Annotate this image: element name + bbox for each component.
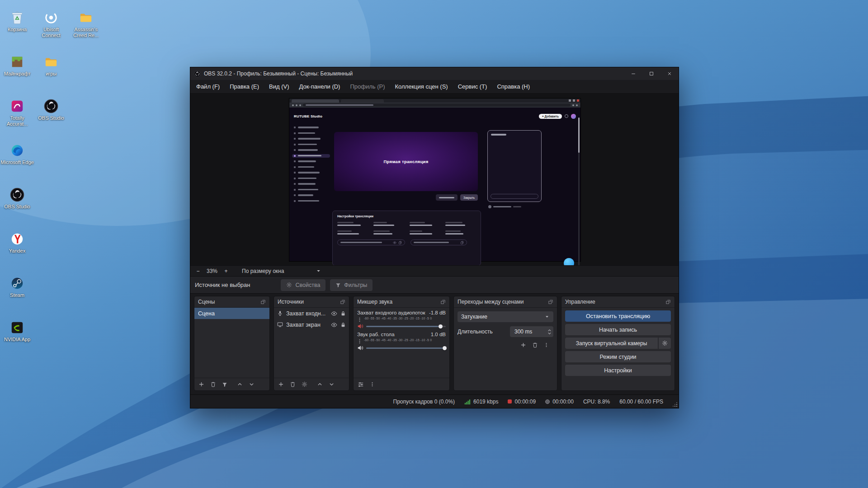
desktop-icon-edge[interactable]: Microsoft Edge [0,143,34,165]
desktop-icon-label: OBS Studio [38,115,64,121]
menu-scene-collection[interactable]: Коллекция сцен (S) [390,80,453,93]
desktop-icon-steam[interactable]: Steam [0,276,34,298]
desktop-icon-obs-2[interactable]: OBS Studio [34,99,68,121]
resize-grip[interactable] [673,402,677,407]
filters-button[interactable]: Фильтры [330,279,373,291]
source-properties-gear-icon[interactable] [302,381,307,387]
visibility-eye-icon[interactable] [331,310,337,317]
scenes-dock-header[interactable]: Сцены [194,296,269,308]
visibility-eye-icon[interactable] [331,322,337,328]
stream-settings-title: Настройки трансляции [337,215,476,218]
move-source-up-icon[interactable] [317,381,323,387]
transition-menu-kebab-icon[interactable] [544,342,549,348]
menu-help[interactable]: Справка (H) [492,80,535,93]
scenes-dock: Сцены Сцена [194,296,270,391]
record-time-value: 00:00:00 [552,399,574,405]
remove-transition-icon[interactable] [532,342,538,348]
menu-file[interactable]: Файл (F) [191,80,225,93]
mixer-menu-kebab-icon[interactable] [370,381,375,387]
menu-view[interactable]: Вид (V) [264,80,294,93]
preview-canvas[interactable]: RUTUBE Studio + Добавить [289,99,580,261]
mixer-dock-header[interactable]: Микшер звука [354,296,449,308]
sidebar-item [292,137,330,141]
cpu-usage-status: CPU: 8.8% [583,399,610,405]
desktop-icon-ubisoft[interactable]: Ubisoft Connect [34,10,68,38]
desktop-icon-obs-1[interactable]: OBS Studio [0,187,34,210]
channel-db-value: 1.0 dB [431,332,446,337]
channel-menu-kebab-icon[interactable] [357,338,362,344]
browser-maximize-icon [573,99,575,102]
spin-down-icon[interactable] [547,332,552,335]
channel-menu-kebab-icon[interactable] [357,316,362,323]
sources-toolbar [274,378,349,390]
minecraft-icon [9,54,25,70]
maximize-button[interactable] [642,67,660,80]
signal-bars-icon [464,399,471,405]
zoom-in-button[interactable]: + [223,268,229,274]
desktop-icon-minecraft[interactable]: Майнкрафт [0,54,34,77]
scene-filters-icon[interactable] [222,382,227,387]
start-virtual-camera-button[interactable]: Запуск виртуальной камеры [565,338,658,349]
scenes-list: Сцена [194,308,269,378]
desktop-icon-totally-accurate[interactable]: Totally Accurat... [0,99,34,127]
properties-button[interactable]: Свойства [281,279,326,291]
move-scene-up-icon[interactable] [237,381,243,387]
duration-spinbox[interactable]: 300 ms [510,326,553,337]
maximize-icon [649,71,654,76]
desktop-icon-yandex[interactable]: Yandex [0,231,34,254]
close-button[interactable] [660,67,679,80]
desktop-icon-nvidia[interactable]: NVIDIA App [0,320,34,343]
add-transition-icon[interactable] [520,342,526,348]
dock-popout-icon[interactable] [340,299,345,305]
desktop-icon-label: Ubisoft Connect [34,27,68,38]
add-source-icon[interactable] [278,381,284,387]
dock-popout-icon[interactable] [440,299,446,305]
remove-scene-icon[interactable] [210,381,216,387]
move-source-down-icon[interactable] [329,381,335,387]
virtual-camera-config-button[interactable] [659,338,671,349]
mixer-toolbar [354,378,449,390]
advanced-audio-sliders-icon[interactable] [358,381,364,388]
menu-tools[interactable]: Сервис (T) [453,80,492,93]
desktop-icon-games-folder[interactable]: игры [34,54,68,77]
fit-to-window-label[interactable]: По размеру окна [242,268,284,274]
start-recording-button[interactable]: Начать запись [565,324,671,335]
speaker-icon[interactable] [357,345,363,351]
move-scene-down-icon[interactable] [249,381,255,387]
remove-source-icon[interactable] [290,381,296,387]
dropped-frames-status: Пропуск кадров 0 (0.0%) [393,399,455,405]
sources-dock-header[interactable]: Источники [274,296,349,308]
volume-slider[interactable] [366,324,446,329]
studio-mode-button[interactable]: Режим студии [565,351,671,362]
menu-edit[interactable]: Правка (E) [225,80,264,93]
chevron-down-icon[interactable] [316,268,321,274]
desktop-icon-ac-folder[interactable]: Assassin's Creed Re... [69,10,103,38]
title-bar[interactable]: OBS 32.0.2 - Профиль: Безымянный - Сцены… [190,67,679,80]
live-stream-panel: Прямая трансляция [334,132,478,191]
zoom-out-button[interactable]: − [195,268,201,274]
lock-icon[interactable] [340,311,346,316]
menu-profile[interactable]: Профиль (P) [345,80,390,93]
obs-window: OBS 32.0.2 - Профиль: Безымянный - Сцены… [190,67,679,408]
transition-select[interactable]: Затухание [458,311,553,322]
controls-dock-header[interactable]: Управление [561,296,675,308]
scene-item-selected[interactable]: Сцена [194,308,269,319]
source-item-screen-capture[interactable]: Захват экран [274,319,349,330]
settings-button[interactable]: Настройки [565,365,671,376]
transitions-dock-header[interactable]: Переходы между сценами [454,296,557,308]
mute-speaker-icon[interactable] [357,323,363,329]
desktop-icon-recycle-bin[interactable]: Корзина [0,10,34,33]
volume-slider[interactable] [366,345,446,351]
stop-streaming-button[interactable]: Остановить трансляцию [565,310,671,322]
dock-popout-icon[interactable] [260,299,266,305]
mixer-channel-mic: Захват входного аудиопоток -1.8 dB -60 -… [357,310,446,329]
source-item-audio-capture[interactable]: Захват входн... [274,308,349,319]
minimize-button[interactable] [624,67,642,80]
lock-icon[interactable] [340,322,346,328]
dock-popout-icon[interactable] [548,299,553,305]
close-icon [667,71,672,76]
add-scene-icon[interactable] [198,381,204,387]
dock-popout-icon[interactable] [665,299,671,305]
menu-docks[interactable]: Док-панели (D) [294,80,345,93]
spin-up-icon[interactable] [547,329,552,332]
